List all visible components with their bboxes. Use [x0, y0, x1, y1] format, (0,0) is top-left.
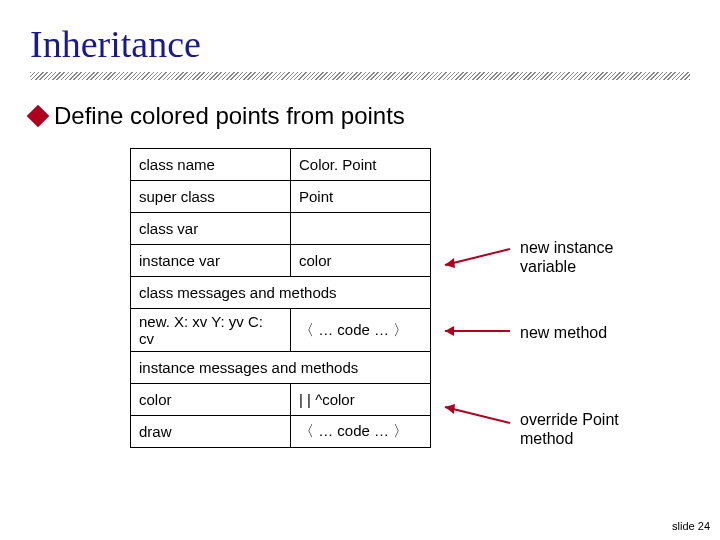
cell-value: | | ^color	[291, 384, 431, 416]
section-header: class messages and methods	[131, 277, 431, 309]
cell-value: 〈 … code … 〉	[291, 416, 431, 448]
table-row: new. X: xv Y: yv C: cv 〈 … code … 〉	[131, 309, 431, 352]
cell-value: Point	[291, 181, 431, 213]
table-row: color | | ^color	[131, 384, 431, 416]
cell-label: super class	[131, 181, 291, 213]
svg-marker-5	[445, 404, 455, 414]
cell-label: class name	[131, 149, 291, 181]
bullet-text: Define colored points from points	[54, 102, 405, 130]
arrow-icon	[440, 323, 515, 339]
cell-label: draw	[131, 416, 291, 448]
slide-number: slide 24	[672, 520, 710, 532]
table-row: draw 〈 … code … 〉	[131, 416, 431, 448]
table-row: super class Point	[131, 181, 431, 213]
cell-value: color	[291, 245, 431, 277]
table-row: class name Color. Point	[131, 149, 431, 181]
cell-label: class var	[131, 213, 291, 245]
svg-line-4	[445, 407, 510, 423]
table-row: class var	[131, 213, 431, 245]
cell-label: color	[131, 384, 291, 416]
annotation: override Point method	[520, 410, 619, 448]
svg-marker-1	[445, 258, 455, 268]
svg-marker-3	[445, 326, 454, 336]
cell-value: Color. Point	[291, 149, 431, 181]
arrow-icon	[440, 403, 515, 429]
title-underline	[30, 72, 690, 80]
svg-line-0	[445, 249, 510, 265]
table-row: instance var color	[131, 245, 431, 277]
cell-label: new. X: xv Y: yv C: cv	[131, 309, 291, 352]
cell-value	[291, 213, 431, 245]
content-area: class name Color. Point super class Poin…	[0, 148, 720, 508]
slide-title: Inheritance	[0, 0, 720, 68]
class-definition-table: class name Color. Point super class Poin…	[130, 148, 431, 448]
arrow-icon	[440, 245, 515, 271]
table-section-row: instance messages and methods	[131, 352, 431, 384]
table-section-row: class messages and methods	[131, 277, 431, 309]
cell-value: 〈 … code … 〉	[291, 309, 431, 352]
annotation: new instance variable	[520, 238, 613, 276]
bullet-item: Define colored points from points	[0, 80, 720, 130]
annotation: new method	[520, 323, 607, 342]
cell-label: instance var	[131, 245, 291, 277]
section-header: instance messages and methods	[131, 352, 431, 384]
diamond-bullet-icon	[27, 105, 50, 128]
